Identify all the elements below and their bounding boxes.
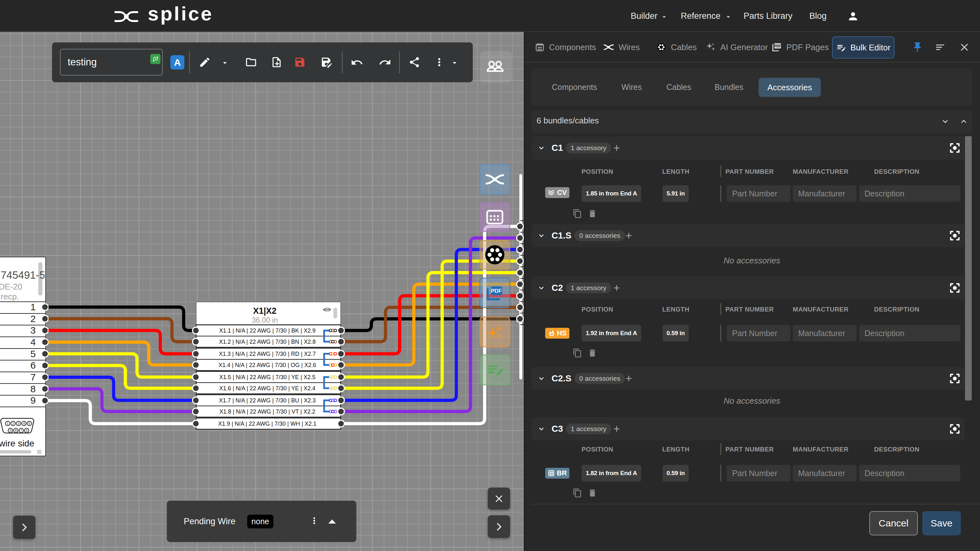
svg-text:4: 4: [30, 337, 36, 347]
svg-text:X1.1 | N/A | 22 AWG | 7/30 | B: X1.1 | N/A | 22 AWG | 7/30 | BK | X2.9: [219, 327, 315, 334]
svg-text:6: 6: [30, 360, 36, 370]
svg-text:X1.3 | N/A | 22 AWG | 7/30 | R: X1.3 | N/A | 22 AWG | 7/30 | RD | X2.7: [219, 351, 316, 357]
svg-text:2: 2: [12, 422, 14, 426]
svg-text:wire side: wire side: [0, 438, 34, 448]
svg-text:2: 2: [30, 313, 36, 324]
svg-text:7: 7: [21, 429, 22, 432]
svg-text:X1.7 | N/A | 22 AWG | 7/30 | B: X1.7 | N/A | 22 AWG | 7/30 | BU | X2.3: [219, 397, 316, 404]
svg-text:1: 1: [7, 422, 9, 426]
svg-text:8: 8: [15, 429, 17, 432]
svg-text:X1.6 | N/A | 22 AWG | 7/30 | Y: X1.6 | N/A | 22 AWG | 7/30 | YE | X2.4: [219, 385, 315, 392]
svg-text:X1.2 | N/A | 22 AWG | 7/30 | B: X1.2 | N/A | 22 AWG | 7/30 | BN | X2.8: [219, 339, 316, 345]
svg-text:1: 1: [30, 302, 36, 312]
svg-text:5: 5: [30, 349, 36, 359]
svg-text:8: 8: [30, 384, 36, 394]
svg-text:3: 3: [18, 422, 19, 426]
svg-text:PDF: PDF: [774, 44, 781, 48]
svg-text:DE-20: DE-20: [0, 282, 22, 291]
svg-text:3: 3: [30, 325, 36, 335]
svg-text:X1.5 | N/A | 22 AWG | 7/30 | Y: X1.5 | N/A | 22 AWG | 7/30 | YE | X2.5: [219, 374, 315, 380]
svg-text:9: 9: [30, 395, 36, 406]
svg-text:7: 7: [30, 372, 36, 382]
svg-text:4: 4: [23, 422, 25, 426]
svg-text:PDF: PDF: [491, 288, 502, 294]
svg-text:X1.9 | N/A | 22 AWG | 7/30 | W: X1.9 | N/A | 22 AWG | 7/30 | WH | X2.1: [218, 421, 317, 427]
svg-text:36.00 in: 36.00 in: [252, 316, 278, 324]
svg-text:6: 6: [26, 429, 28, 432]
svg-text:recp.: recp.: [1, 292, 19, 301]
svg-text:X1.8 | N/A | 22 AWG | 7/30 | V: X1.8 | N/A | 22 AWG | 7/30 | VT | X2.2: [220, 408, 315, 415]
svg-text:9: 9: [10, 429, 11, 432]
svg-text:5: 5: [29, 422, 30, 426]
svg-text:X1|X2: X1|X2: [253, 306, 277, 316]
svg-text:X1.4 | N/A | 22 AWG | 7/30 | O: X1.4 | N/A | 22 AWG | 7/30 | OG | X2.6: [218, 362, 316, 368]
svg-text:745491-5: 745491-5: [1, 269, 45, 281]
